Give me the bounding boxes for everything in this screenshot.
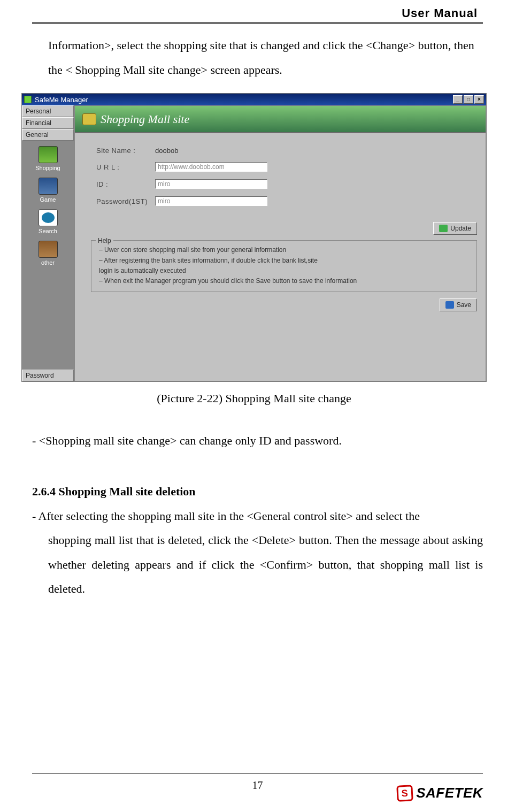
panel-header-icon — [82, 113, 96, 125]
id-label: ID : — [96, 180, 155, 188]
intro-paragraph: Information>, select the shopping site t… — [32, 33, 483, 82]
sidebar-item-other[interactable]: other — [32, 241, 64, 266]
sidebar: Personal Financial General Shopping Game… — [22, 105, 74, 381]
note-line: - <Shopping mall site change> can change… — [32, 429, 483, 453]
help-legend: Help — [96, 236, 113, 246]
password-input[interactable] — [155, 196, 267, 206]
footer-divider — [32, 773, 483, 773]
sidebar-label: Search — [39, 228, 57, 234]
close-button[interactable]: × — [474, 95, 484, 104]
minimize-button[interactable]: _ — [453, 95, 463, 104]
app-window: SafeMe Manager _ □ × Personal Financial … — [21, 93, 487, 382]
url-input[interactable] — [155, 162, 267, 172]
panel-header: Shopping Mall site — [75, 106, 486, 133]
other-icon — [39, 241, 58, 258]
brand-logo: SAFETEK — [397, 785, 483, 801]
help-line: login is automatically executed — [99, 266, 469, 276]
game-icon — [39, 178, 58, 195]
maximize-button[interactable]: □ — [464, 95, 473, 104]
tab-general[interactable]: General — [22, 129, 74, 141]
section-paragraph: - After selecting the shopping mall site… — [32, 504, 483, 528]
save-button-label: Save — [457, 301, 471, 309]
save-icon — [445, 301, 454, 309]
sidebar-label: other — [41, 259, 55, 266]
screenshot-figure: SafeMe Manager _ □ × Personal Financial … — [21, 93, 487, 405]
brand-mark-icon — [396, 785, 413, 802]
update-button-label: Update — [450, 225, 471, 232]
page-header-title: User Manual — [32, 0, 483, 20]
shopping-icon — [39, 146, 58, 163]
sidebar-item-search[interactable]: Search — [32, 209, 64, 234]
window-title: SafeMe Manager — [35, 96, 453, 104]
help-line: – Uwer con store shopping mall site from… — [99, 245, 469, 255]
sidebar-label: Shopping — [35, 165, 60, 171]
update-icon — [439, 225, 448, 232]
sidebar-label: Game — [40, 196, 56, 203]
app-icon — [24, 96, 32, 103]
tab-financial[interactable]: Financial — [22, 117, 74, 129]
help-group: Help – Uwer con store shopping mall site… — [91, 240, 477, 292]
content-pane: Shopping Mall site Site Name : doobob U … — [74, 105, 486, 381]
para-prefix: - After selecting the shopping mall site… — [32, 509, 420, 523]
brand-name: SAFETEK — [416, 785, 483, 801]
tab-personal[interactable]: Personal — [22, 105, 74, 117]
window-titlebar: SafeMe Manager _ □ × — [22, 94, 486, 105]
search-icon — [39, 209, 58, 226]
site-name-value: doobob — [155, 147, 178, 155]
figure-caption: (Picture 2-22) Shopping Mall site change — [21, 392, 487, 405]
update-button[interactable]: Update — [433, 222, 477, 235]
sidebar-item-shopping[interactable]: Shopping — [32, 146, 64, 171]
panel-title: Shopping Mall site — [101, 112, 189, 126]
site-name-label: Site Name : — [96, 147, 155, 155]
section-paragraph-cont: shopping mall list that is deleted, clic… — [32, 528, 483, 600]
header-divider — [32, 22, 483, 24]
tab-password[interactable]: Password — [22, 370, 74, 381]
section-heading: 2.6.4 Shopping Mall site deletion — [32, 485, 483, 499]
password-label: Password(1ST) — [96, 197, 155, 205]
help-line: – After registering the bank sites infor… — [99, 256, 469, 266]
save-button[interactable]: Save — [440, 298, 477, 311]
help-line: – When exit the Manager program you shou… — [99, 276, 469, 286]
id-input[interactable] — [155, 179, 267, 189]
url-label: U R L : — [96, 163, 155, 171]
sidebar-item-game[interactable]: Game — [32, 178, 64, 203]
